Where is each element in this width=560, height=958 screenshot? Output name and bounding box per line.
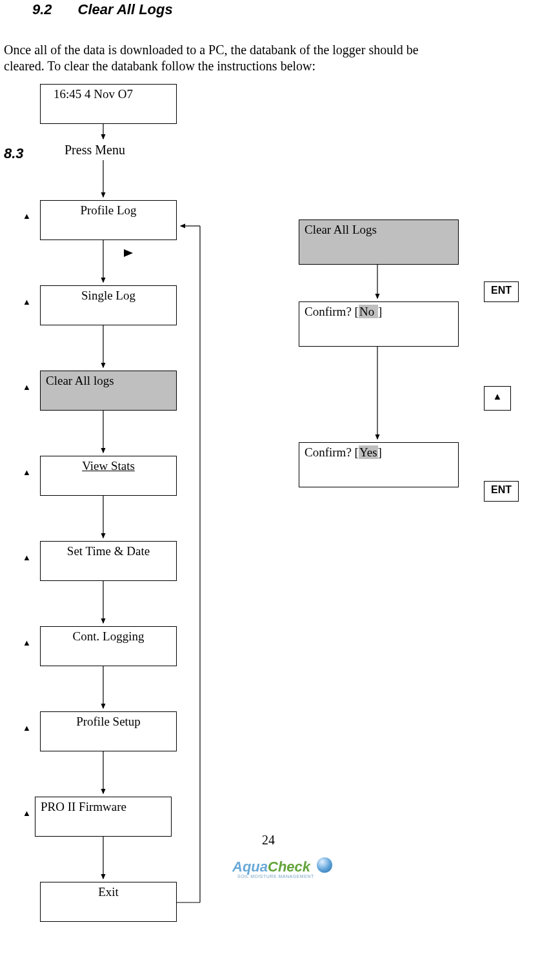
menu-label: View Stats (46, 459, 171, 473)
side-section-number: 8.3 (4, 145, 24, 162)
confirm-yes-text: Confirm? [Yes] (305, 445, 453, 460)
menu-label: Single Log (46, 289, 171, 303)
press-menu-label: Press Menu (65, 143, 125, 158)
up-arrow-icon: ▲ (23, 467, 31, 477)
confirm-value: Yes (359, 445, 378, 459)
menu-item-single-log: Single Log (40, 285, 177, 325)
confirm-value: No (359, 305, 378, 318)
menu-label: Profile Log (46, 203, 171, 218)
menu-label: Clear All logs (46, 374, 171, 388)
up-arrow-icon: ▲ (493, 391, 503, 402)
confirm-question: Confirm? [ (305, 305, 359, 318)
section-number: 9.2 (32, 1, 52, 17)
menu-item-exit: Exit (40, 882, 177, 922)
logo-check: Check (268, 859, 310, 875)
up-arrow-icon: ▲ (23, 297, 31, 307)
ent-label: ENT (491, 285, 512, 296)
screen-clear-all-logs: Clear All Logs (299, 219, 459, 265)
globe-icon (317, 857, 332, 873)
section-title: Clear All Logs (78, 1, 173, 17)
up-arrow-icon: ▲ (23, 808, 31, 818)
up-arrow-icon: ▲ (23, 382, 31, 392)
confirm-no-text: Confirm? [No ] (305, 305, 453, 319)
section-heading: 9.2Clear All Logs (32, 1, 173, 18)
up-arrow-icon: ▲ (23, 553, 31, 562)
aquacheck-logo: AquaCheck SOIL MOISTURE MANAGEMENT (232, 859, 314, 879)
up-button[interactable]: ▲ (484, 386, 511, 411)
screen-confirm-no: Confirm? [No ] (299, 301, 459, 347)
screen-home: 16:45 4 Nov O7 (40, 84, 177, 124)
confirm-bracket: ] (378, 305, 382, 318)
menu-label: Cont. Logging (46, 629, 171, 644)
logo-aqua: Aqua (232, 859, 268, 875)
ent-button[interactable]: ENT (484, 281, 519, 302)
menu-label: Profile Setup (46, 715, 171, 729)
page-number: 24 (262, 833, 275, 848)
ent-label: ENT (491, 484, 512, 495)
menu-label: PRO II Firmware (41, 800, 166, 814)
up-arrow-icon: ▲ (23, 211, 31, 221)
menu-item-cont-logging: Cont. Logging (40, 626, 177, 666)
menu-item-profile-log: Profile Log (40, 200, 177, 240)
menu-item-set-time-date: Set Time & Date (40, 541, 177, 581)
menu-item-pro2-firmware: PRO II Firmware (35, 797, 172, 837)
menu-item-view-stats: View Stats (40, 456, 177, 496)
logo-subtitle: SOIL MOISTURE MANAGEMENT (237, 874, 314, 879)
menu-label: Set Time & Date (46, 544, 171, 558)
intro-paragraph: Once all of the data is downloaded to a … (4, 42, 559, 74)
menu-item-profile-setup: Profile Setup (40, 711, 177, 751)
screen-label: Clear All Logs (305, 223, 453, 237)
menu-item-clear-all-logs: Clear All logs (40, 371, 177, 411)
confirm-question: Confirm? [ (305, 445, 359, 459)
confirm-bracket: ] (378, 445, 382, 459)
ent-button[interactable]: ENT (484, 481, 519, 502)
menu-label: Exit (46, 885, 171, 899)
up-arrow-icon: ▲ (23, 723, 31, 733)
up-arrow-icon: ▲ (23, 638, 31, 647)
svg-marker-10 (124, 249, 133, 257)
screen-home-text: 16:45 4 Nov O7 (46, 87, 171, 101)
screen-confirm-yes: Confirm? [Yes] (299, 442, 459, 487)
